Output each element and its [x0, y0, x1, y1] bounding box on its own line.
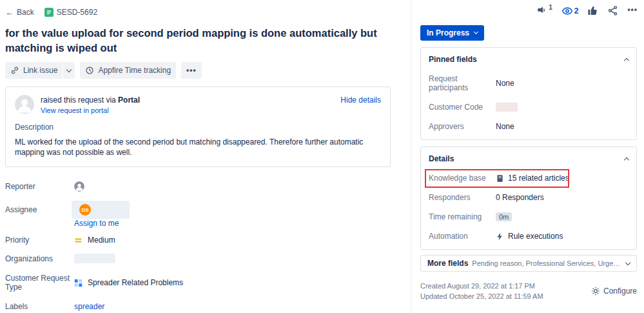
request-card-header: raised this request via Portal View requ… — [15, 95, 381, 114]
watch-eye-icon — [561, 5, 573, 17]
time-remaining-label: Time remaining — [429, 212, 496, 221]
chevron-down-icon — [625, 259, 630, 265]
issue-title[interactable]: for the value upload for second period m… — [5, 26, 385, 56]
breadcrumb-bar: ← Back SESD-5692 — [5, 5, 393, 19]
priority-field: Priority Medium — [5, 236, 393, 245]
feedback-button[interactable]: 1 — [536, 5, 552, 16]
link-issue-dropdown-button[interactable] — [63, 62, 75, 79]
reporter-label: Reporter — [5, 182, 74, 191]
created-date: Created August 29, 2022 at 1:17 PM — [420, 281, 543, 291]
reporter-value[interactable] — [74, 181, 84, 192]
labels-field: Labels spreader — [5, 302, 393, 311]
more-fields-panel[interactable]: More fields Pending reason, Professional… — [420, 255, 637, 272]
link-issue-button[interactable]: Link issue — [5, 62, 63, 79]
approvers-label: Approvers — [429, 122, 496, 131]
watch-button[interactable]: 2 — [561, 5, 579, 17]
more-fields-title: More fields — [427, 259, 468, 268]
more-actions-button[interactable]: ••• — [627, 5, 638, 14]
assignee-value[interactable]: DS — [74, 201, 91, 219]
labels-label: Labels — [5, 302, 74, 311]
watch-count: 2 — [574, 6, 579, 15]
responders-row[interactable]: Responders 0 Responders — [429, 193, 629, 202]
link-icon — [10, 66, 19, 75]
customer-code-label: Customer Code — [429, 103, 496, 112]
automation-label: Automation — [429, 232, 496, 241]
approvers-row[interactable]: Approvers None — [429, 122, 629, 131]
customer-code-row[interactable]: Customer Code — [429, 103, 629, 112]
organizations-value[interactable] — [74, 254, 115, 263]
hide-details-link[interactable]: Hide details — [340, 96, 381, 105]
gear-icon — [591, 287, 600, 296]
chevron-down-icon — [474, 30, 478, 34]
time-remaining-row[interactable]: Time remaining 0m — [429, 212, 629, 221]
automation-value[interactable]: Rule executions — [508, 232, 563, 241]
customer-request-type-label: Customer Request Type — [5, 274, 74, 292]
share-icon — [607, 5, 618, 16]
lightning-bolt-icon — [496, 232, 504, 241]
time-tracking-label: Appfire Time tracking — [98, 66, 171, 75]
assign-to-me-link[interactable]: Assign to me — [74, 219, 393, 228]
request-details-card: raised this request via Portal View requ… — [5, 86, 391, 167]
issue-key: SESD-5692 — [57, 8, 97, 17]
request-channel: Portal — [118, 96, 140, 105]
time-remaining-badge: 0m — [496, 212, 512, 221]
organizations-redacted-block — [74, 254, 115, 263]
issue-key-breadcrumb[interactable]: SESD-5692 — [44, 8, 97, 17]
share-button[interactable] — [607, 5, 618, 16]
priority-medium-icon — [74, 236, 83, 245]
chevron-down-icon — [66, 66, 72, 72]
organizations-field: Organizations — [5, 254, 393, 263]
priority-label: Priority — [5, 236, 74, 245]
pinned-fields-header[interactable]: Pinned fields — [429, 55, 629, 64]
configure-label: Configure — [603, 287, 637, 296]
details-title: Details — [429, 154, 454, 163]
customer-request-type-value[interactable]: Spreader Related Problems — [74, 278, 183, 287]
priority-value[interactable]: Medium — [74, 236, 115, 245]
chevron-up-icon — [624, 57, 629, 63]
vote-button[interactable] — [587, 5, 598, 16]
pinned-fields-title: Pinned fields — [429, 55, 477, 64]
toolbar-more-button[interactable]: ••• — [181, 62, 202, 79]
assignee-avatar: DS — [79, 204, 91, 216]
request-participants-label: Request participants — [429, 74, 496, 92]
request-participants-value: None — [496, 79, 514, 88]
book-icon — [496, 174, 504, 183]
customer-request-type-field: Customer Request Type Spreader Related P… — [5, 274, 393, 292]
more-fields-summary: Pending reason, Professional Services, U… — [472, 259, 622, 267]
description-text[interactable]: ML worked for the upload of the second p… — [15, 137, 381, 157]
raised-via-text: raised this request via Portal — [41, 96, 140, 105]
label-spreader-link[interactable]: spreader — [74, 302, 104, 311]
time-tracking-button[interactable]: Appfire Time tracking — [80, 62, 176, 79]
approvers-value: None — [496, 122, 514, 131]
responders-value: 0 Responders — [496, 193, 544, 202]
chevron-up-icon — [624, 157, 629, 162]
knowledge-base-row[interactable]: Knowledge base 15 related articles — [429, 174, 629, 183]
status-dropdown[interactable]: In Progress — [420, 25, 484, 41]
request-type-field-icon — [74, 279, 83, 287]
link-issue-label: Link issue — [23, 66, 57, 75]
details-panel: Details Knowledge base 15 related articl… — [420, 146, 637, 250]
assignee-label: Assignee — [5, 205, 74, 214]
view-request-in-portal-link[interactable]: View request in portal — [41, 106, 140, 114]
action-icon-bar: 1 2 ••• — [420, 3, 638, 20]
feedback-count: 1 — [549, 4, 552, 11]
feedback-megaphone-icon — [536, 5, 547, 16]
pinned-fields-panel: Pinned fields Request participants None … — [420, 47, 637, 140]
organizations-label: Organizations — [5, 254, 74, 263]
assignee-field: Assignee DS — [5, 201, 393, 219]
reporter-avatar — [74, 181, 84, 192]
field-list: Reporter Assignee DS Assign to me Priori… — [5, 181, 393, 311]
status-label: In Progress — [427, 28, 469, 37]
back-button[interactable]: ← Back — [5, 8, 34, 17]
automation-row[interactable]: Automation Rule executions — [429, 232, 629, 241]
meta-footer: Created August 29, 2022 at 1:17 PM Updat… — [420, 281, 637, 301]
request-type-icon — [44, 8, 54, 17]
responders-label: Responders — [429, 193, 496, 202]
request-participants-row[interactable]: Request participants None — [429, 74, 629, 92]
details-header[interactable]: Details — [429, 154, 629, 163]
issue-view: ← Back SESD-5692 for the value upload fo… — [0, 0, 644, 313]
issue-toolbar: Link issue Appfire Time tracking ••• — [5, 62, 393, 79]
configure-button[interactable]: Configure — [591, 286, 637, 296]
main-column: ← Back SESD-5692 for the value upload fo… — [0, 0, 411, 313]
knowledge-base-value[interactable]: 15 related articles — [508, 174, 569, 183]
